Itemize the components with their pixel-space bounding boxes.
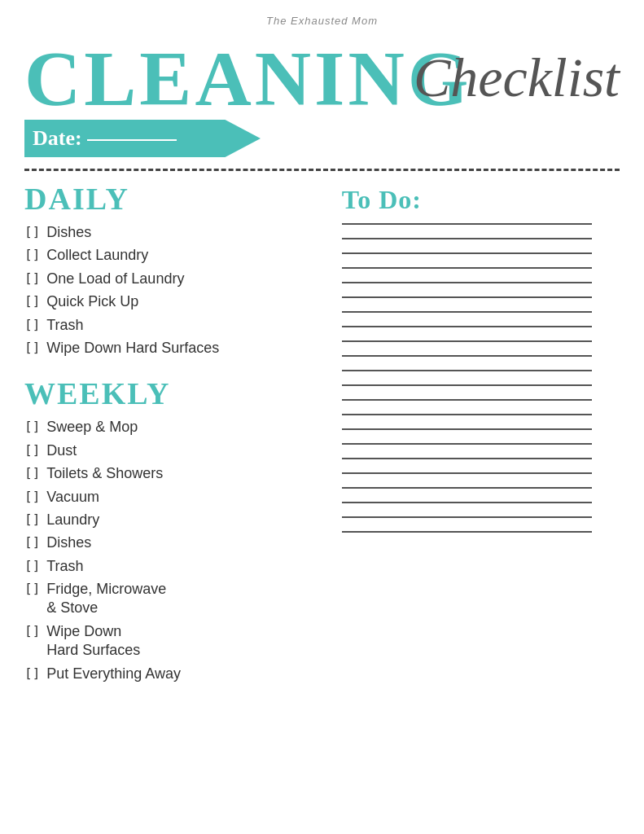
- checkbox[interactable]: []: [24, 293, 40, 310]
- todo-line: [342, 355, 592, 357]
- todo-line: [342, 296, 592, 298]
- todo-line: [342, 428, 592, 430]
- daily-section: Daily []Dishes[]Collect Laundry[]One Loa…: [24, 181, 326, 358]
- checkbox[interactable]: []: [24, 270, 40, 288]
- checkbox[interactable]: []: [24, 511, 40, 529]
- site-name: The Exhausted Mom: [24, 15, 620, 27]
- checkbox[interactable]: []: [24, 623, 40, 640]
- checklist-title: Checklist: [414, 46, 620, 110]
- todo-line: [342, 458, 592, 459]
- daily-list-item: []Trash: [24, 316, 326, 335]
- item-text: Collect Laundry: [46, 246, 325, 265]
- todo-line: [342, 472, 592, 474]
- item-text: Dishes: [46, 223, 325, 242]
- todo-line: [342, 443, 592, 445]
- weekly-list-item: []Wipe DownHard Surfaces: [24, 622, 326, 661]
- weekly-list-item: []Trash: [24, 557, 326, 576]
- todo-line: [342, 516, 592, 518]
- dashed-divider: [24, 169, 620, 171]
- todo-line: [342, 414, 592, 415]
- right-column: To Do:: [342, 181, 620, 687]
- weekly-items: []Sweep & Mop[]Dust[]Toilets & Showers[]…: [24, 418, 326, 683]
- checkbox[interactable]: []: [24, 442, 40, 459]
- todo-line: [342, 399, 592, 401]
- daily-items: []Dishes[]Collect Laundry[]One Load of L…: [24, 223, 326, 358]
- item-text: Fridge, Microwave& Stove: [46, 580, 325, 618]
- weekly-list-item: []Toilets & Showers: [24, 464, 326, 483]
- daily-list-item: []Collect Laundry: [24, 246, 326, 265]
- weekly-list-item: []Fridge, Microwave& Stove: [24, 580, 326, 618]
- todo-header: To Do:: [342, 185, 620, 215]
- item-text: Quick Pick Up: [46, 292, 325, 311]
- item-text: Toilets & Showers: [46, 464, 325, 483]
- todo-line: [342, 311, 592, 313]
- item-text: Dust: [46, 441, 325, 460]
- checkbox[interactable]: []: [24, 489, 40, 506]
- checkbox[interactable]: []: [24, 665, 40, 683]
- todo-lines: [342, 223, 620, 533]
- todo-line: [342, 531, 592, 533]
- checkbox[interactable]: []: [24, 317, 40, 334]
- daily-header: Daily: [24, 181, 326, 217]
- checkbox[interactable]: []: [24, 247, 40, 264]
- item-text: Dishes: [46, 533, 325, 552]
- daily-list-item: []One Load of Laundry: [24, 270, 326, 288]
- left-column: Daily []Dishes[]Collect Laundry[]One Loa…: [24, 181, 326, 687]
- todo-line: [342, 502, 592, 503]
- item-text: Vacuum: [46, 488, 325, 507]
- todo-line: [342, 340, 592, 342]
- todo-line: [342, 487, 592, 489]
- daily-list-item: []Quick Pick Up: [24, 292, 326, 311]
- item-text: Trash: [46, 316, 325, 335]
- daily-list-item: []Dishes: [24, 223, 326, 242]
- checkbox[interactable]: []: [24, 581, 40, 598]
- weekly-list-item: []Laundry: [24, 511, 326, 529]
- weekly-list-item: []Dishes: [24, 533, 326, 552]
- todo-line: [342, 326, 592, 327]
- item-text: Sweep & Mop: [46, 418, 325, 437]
- item-text: Trash: [46, 557, 325, 576]
- weekly-header: Weekly: [24, 375, 326, 411]
- todo-line: [342, 238, 592, 239]
- checkbox[interactable]: []: [24, 340, 40, 357]
- date-content: Date:: [24, 120, 177, 157]
- title-row: Cleaning Checklist: [24, 29, 620, 118]
- todo-line: [342, 252, 592, 254]
- item-text: Wipe DownHard Surfaces: [46, 622, 325, 661]
- weekly-list-item: []Vacuum: [24, 488, 326, 507]
- header-area: The Exhausted Mom Cleaning Checklist: [24, 15, 620, 118]
- checkbox[interactable]: []: [24, 419, 40, 436]
- cleaning-title: Cleaning: [24, 40, 471, 118]
- item-text: Laundry: [46, 511, 325, 529]
- checkbox[interactable]: []: [24, 465, 40, 482]
- item-text: One Load of Laundry: [46, 270, 325, 288]
- page: The Exhausted Mom Cleaning Checklist Dat…: [0, 0, 644, 834]
- date-underline: [87, 139, 177, 141]
- date-label: Date:: [33, 126, 82, 151]
- weekly-section: Weekly []Sweep & Mop[]Dust[]Toilets & Sh…: [24, 375, 326, 683]
- daily-list-item: []Wipe Down Hard Surfaces: [24, 339, 326, 358]
- weekly-list-item: []Put Everything Away: [24, 665, 326, 683]
- weekly-list-item: []Sweep & Mop: [24, 418, 326, 437]
- todo-line: [342, 267, 592, 269]
- checkbox[interactable]: []: [24, 558, 40, 575]
- todo-line: [342, 384, 592, 386]
- checkbox[interactable]: []: [24, 534, 40, 551]
- item-text: Wipe Down Hard Surfaces: [46, 339, 325, 358]
- todo-line: [342, 282, 592, 283]
- main-content: Daily []Dishes[]Collect Laundry[]One Loa…: [24, 181, 620, 687]
- todo-line: [342, 370, 592, 371]
- todo-line: [342, 223, 592, 225]
- weekly-list-item: []Dust: [24, 441, 326, 460]
- checkbox[interactable]: []: [24, 224, 40, 241]
- date-banner-row: Date:: [24, 120, 620, 157]
- item-text: Put Everything Away: [46, 665, 325, 683]
